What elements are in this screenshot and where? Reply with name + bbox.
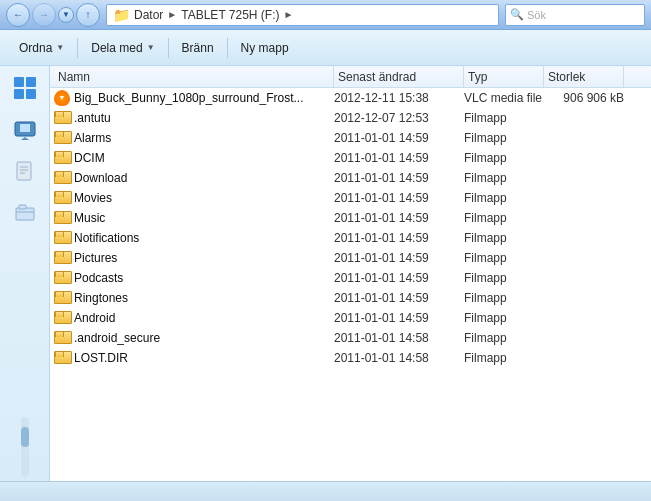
file-name-text: Pictures <box>74 251 117 265</box>
search-box[interactable]: 🔍 Sök <box>505 4 645 26</box>
table-row[interactable]: Music2011-01-01 14:59Filmapp <box>50 208 651 228</box>
col-header-size[interactable]: Storlek <box>544 66 624 87</box>
ordna-button[interactable]: Ordna ▼ <box>10 34 73 62</box>
sidebar <box>0 66 50 481</box>
folder-icon <box>54 151 70 164</box>
file-content: Namn Senast ändrad Typ Storlek Big_Buck_… <box>50 66 651 481</box>
dela-arrow: ▼ <box>147 43 155 52</box>
folder-icon <box>54 211 70 224</box>
file-name-cell: Pictures <box>54 251 334 265</box>
svg-rect-7 <box>17 162 31 180</box>
col-header-date[interactable]: Senast ändrad <box>334 66 464 87</box>
file-name-text: Download <box>74 171 127 185</box>
file-name-text: Ringtones <box>74 291 128 305</box>
file-type-cell: Filmapp <box>464 251 544 265</box>
nav-buttons: ← → ▼ ↑ <box>6 3 100 27</box>
column-headers: Namn Senast ändrad Typ Storlek <box>50 66 651 88</box>
table-row[interactable]: .android_secure2011-01-01 14:58Filmapp <box>50 328 651 348</box>
ordna-label: Ordna <box>19 41 52 55</box>
file-type-cell: Filmapp <box>464 191 544 205</box>
ny-mapp-button[interactable]: Ny mapp <box>232 34 298 62</box>
address-sep-1: ► <box>167 9 177 20</box>
table-row[interactable]: Notifications2011-01-01 14:59Filmapp <box>50 228 651 248</box>
ordna-arrow: ▼ <box>56 43 64 52</box>
svg-rect-5 <box>20 124 30 132</box>
table-row[interactable]: LOST.DIR2011-01-01 14:58Filmapp <box>50 348 651 368</box>
brann-button[interactable]: Bränn <box>173 34 223 62</box>
sidebar-scrollbar-thumb[interactable] <box>21 427 29 447</box>
vlc-icon <box>54 90 70 106</box>
col-header-type[interactable]: Typ <box>464 66 544 87</box>
file-type-cell: Filmapp <box>464 151 544 165</box>
table-row[interactable]: Ringtones2011-01-01 14:59Filmapp <box>50 288 651 308</box>
file-name-cell: Android <box>54 311 334 325</box>
sidebar-icon-2[interactable] <box>7 112 43 148</box>
table-row[interactable]: DCIM2011-01-01 14:59Filmapp <box>50 148 651 168</box>
file-type-cell: Filmapp <box>464 311 544 325</box>
address-sep-2: ► <box>284 9 294 20</box>
search-icon: 🔍 <box>510 8 524 21</box>
folder-icon <box>54 351 70 364</box>
svg-marker-6 <box>21 137 29 140</box>
table-row[interactable]: Download2011-01-01 14:59Filmapp <box>50 168 651 188</box>
dropdown-nav-button[interactable]: ▼ <box>58 7 74 23</box>
sidebar-icon-1[interactable] <box>7 70 43 106</box>
folder-icon <box>54 271 70 284</box>
svg-rect-0 <box>14 77 24 87</box>
file-name-text: Notifications <box>74 231 139 245</box>
table-row[interactable]: Big_Buck_Bunny_1080p_surround_Frost...20… <box>50 88 651 108</box>
back-button[interactable]: ← <box>6 3 30 27</box>
sep-1 <box>77 38 78 58</box>
file-type-cell: Filmapp <box>464 271 544 285</box>
folder-icon <box>54 131 70 144</box>
table-row[interactable]: Movies2011-01-01 14:59Filmapp <box>50 188 651 208</box>
table-row[interactable]: Podcasts2011-01-01 14:59Filmapp <box>50 268 651 288</box>
svg-rect-2 <box>14 89 24 99</box>
file-date-cell: 2011-01-01 14:59 <box>334 271 464 285</box>
folder-icon <box>54 111 70 124</box>
file-date-cell: 2011-01-01 14:59 <box>334 311 464 325</box>
forward-button[interactable]: → <box>32 3 56 27</box>
svg-rect-1 <box>26 77 36 87</box>
col-header-name[interactable]: Namn <box>54 66 334 87</box>
file-date-cell: 2011-01-01 14:59 <box>334 291 464 305</box>
file-type-cell: Filmapp <box>464 291 544 305</box>
file-date-cell: 2011-01-01 14:59 <box>334 171 464 185</box>
file-date-cell: 2011-01-01 14:59 <box>334 131 464 145</box>
file-name-text: Movies <box>74 191 112 205</box>
table-row[interactable]: Alarms2011-01-01 14:59Filmapp <box>50 128 651 148</box>
file-date-cell: 2011-01-01 14:59 <box>334 231 464 245</box>
table-row[interactable]: .antutu2012-12-07 12:53Filmapp <box>50 108 651 128</box>
file-name-text: Music <box>74 211 105 225</box>
sidebar-icon-4[interactable] <box>7 196 43 232</box>
table-row[interactable]: Android2011-01-01 14:59Filmapp <box>50 308 651 328</box>
folder-icon <box>54 231 70 244</box>
file-name-cell: Download <box>54 171 334 185</box>
file-name-cell: Notifications <box>54 231 334 245</box>
file-date-cell: 2012-12-07 12:53 <box>334 111 464 125</box>
file-name-cell: LOST.DIR <box>54 351 334 365</box>
file-list[interactable]: Big_Buck_Bunny_1080p_surround_Frost...20… <box>50 88 651 481</box>
toolbar: Ordna ▼ Dela med ▼ Bränn Ny mapp <box>0 30 651 66</box>
search-placeholder: Sök <box>527 9 546 21</box>
file-name-text: Alarms <box>74 131 111 145</box>
table-row[interactable]: Pictures2011-01-01 14:59Filmapp <box>50 248 651 268</box>
file-date-cell: 2011-01-01 14:58 <box>334 331 464 345</box>
dela-button[interactable]: Dela med ▼ <box>82 34 163 62</box>
up-button[interactable]: ↑ <box>76 3 100 27</box>
svg-rect-12 <box>19 205 26 209</box>
sidebar-icon-3[interactable] <box>7 154 43 190</box>
file-name-cell: Ringtones <box>54 291 334 305</box>
file-date-cell: 2012-12-11 15:38 <box>334 91 464 105</box>
file-date-cell: 2011-01-01 14:59 <box>334 211 464 225</box>
address-path-computer: Dator <box>134 8 163 22</box>
file-name-cell: Alarms <box>54 131 334 145</box>
file-type-cell: Filmapp <box>464 131 544 145</box>
svg-rect-3 <box>26 89 36 99</box>
file-name-text: .antutu <box>74 111 111 125</box>
file-type-cell: Filmapp <box>464 351 544 365</box>
address-bar[interactable]: 📁 Dator ► TABLET 725H (F:) ► <box>106 4 499 26</box>
folder-icon <box>54 171 70 184</box>
file-type-cell: Filmapp <box>464 111 544 125</box>
sidebar-scrollbar <box>21 417 29 477</box>
